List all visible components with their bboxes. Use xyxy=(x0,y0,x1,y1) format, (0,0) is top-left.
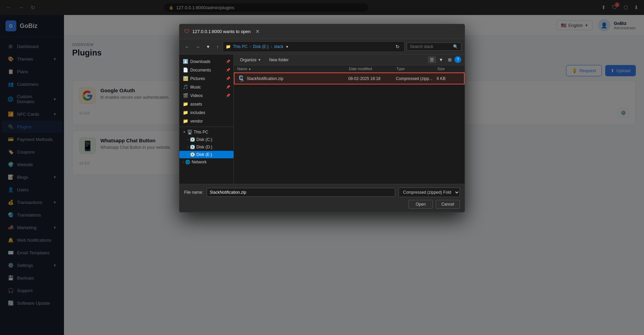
dialog-close-button[interactable]: ✕ xyxy=(253,28,262,35)
fd-file-row-slack-notification[interactable]: 🗜️ SlackNotification.zip 08-02-2025 18:1… xyxy=(234,73,465,84)
disk-c-icon: 💽 xyxy=(190,137,195,142)
fd-action-row: Open Cancel xyxy=(184,200,460,209)
dialog-title: 127.0.0.1:8000 wants to open xyxy=(192,29,251,34)
fd-tree-label-this-pc: This PC xyxy=(194,130,208,134)
path-folder-icon: 📁 xyxy=(226,44,231,49)
file-dialog-body: ⬇️ Downloads 📌 📄 Documents 📌 🖼️ Pictures… xyxy=(179,54,465,184)
disk-d-icon: 💽 xyxy=(190,145,195,149)
fd-sidebar-downloads[interactable]: ⬇️ Downloads 📌 xyxy=(179,57,234,66)
fd-file-name-cell: 🗜️ SlackNotification.zip xyxy=(238,75,348,82)
fd-sidebar-pictures[interactable]: 🖼️ Pictures 📌 xyxy=(179,74,234,83)
assets-icon: 📁 xyxy=(183,101,188,107)
fd-filetype-select[interactable]: Compressed (zipped) Folder (*. xyxy=(399,188,460,197)
fd-sidebar-assets[interactable]: 📁 assets xyxy=(179,100,234,108)
fd-path-this-pc[interactable]: This PC xyxy=(233,44,247,49)
includes-icon: 📁 xyxy=(183,110,188,115)
fd-tree-label-disk-c: Disk (C:) xyxy=(196,137,212,142)
fd-sidebar-includes[interactable]: 📁 includes xyxy=(179,108,234,117)
music-icon: 🎵 xyxy=(183,84,188,90)
organize-chevron-icon: ▼ xyxy=(258,58,261,62)
fd-back-button[interactable]: ← xyxy=(183,43,191,50)
fd-tree-network[interactable]: › 🌐 Network xyxy=(179,158,234,166)
fd-col-size[interactable]: Size xyxy=(437,67,461,71)
documents-pin-icon: 📌 xyxy=(226,68,230,72)
fd-col-type[interactable]: Type xyxy=(397,67,437,71)
downloads-pin-icon: 📌 xyxy=(226,60,230,63)
network-icon: 🌐 xyxy=(185,160,190,164)
fd-tree-label-disk-d: Disk (D:) xyxy=(196,145,212,149)
disk-e-chevron-icon: › xyxy=(188,153,189,156)
fd-filename-display: SlackNotification.zip xyxy=(247,76,283,81)
fd-filename-label: File name: xyxy=(184,190,203,195)
fd-file-date-cell: 08-02-2025 18:18 xyxy=(348,76,396,81)
fd-file-size-cell: 6 KB xyxy=(437,76,461,81)
fd-dropdown-button[interactable]: ▼ xyxy=(204,43,212,50)
fd-file-type-cell: Compressed (zipp... xyxy=(396,76,437,81)
fd-tree-disk-d[interactable]: › 💽 Disk (D:) xyxy=(179,143,234,151)
fd-sidebar-label-documents: Documents xyxy=(190,68,211,73)
file-dialog-footer: File name: Compressed (zipped) Folder (*… xyxy=(179,184,465,212)
file-dialog-titlebar: 🛡 127.0.0.1:8000 wants to open ✕ xyxy=(179,24,465,39)
fd-filename-input[interactable] xyxy=(207,188,395,197)
vendor-icon: 📁 xyxy=(183,118,188,124)
downloads-icon: ⬇️ xyxy=(183,59,188,64)
fd-sidebar-label-downloads: Downloads xyxy=(190,59,210,64)
fd-file-type: Compressed (zipp... xyxy=(396,76,432,81)
fd-sidebar-label-assets: assets xyxy=(190,102,202,107)
fd-open-button[interactable]: Open xyxy=(408,200,433,209)
fd-path-dropdown-button[interactable]: ▼ xyxy=(285,45,289,49)
organize-label: Organize xyxy=(240,58,257,62)
fd-sidebar-music[interactable]: 🎵 Music 📌 xyxy=(179,83,234,91)
fd-chevron-view-button[interactable]: ▼ xyxy=(437,56,445,63)
fd-path-disk-e[interactable]: Disk (E:) xyxy=(253,44,269,49)
fd-grid-view-button[interactable]: ⊞ xyxy=(446,56,454,63)
fd-file-size: 6 KB xyxy=(437,76,446,81)
disk-d-chevron-icon: › xyxy=(188,145,189,149)
videos-pin-icon: 📌 xyxy=(226,94,230,97)
music-pin-icon: 📌 xyxy=(226,85,230,89)
zip-file-icon: 🗜️ xyxy=(238,75,245,82)
fd-sidebar: ⬇️ Downloads 📌 📄 Documents 📌 🖼️ Pictures… xyxy=(179,54,234,184)
fd-path-folder[interactable]: slack xyxy=(274,44,283,49)
fd-help-button[interactable]: ? xyxy=(454,56,461,63)
documents-icon: 📄 xyxy=(183,67,188,73)
file-dialog-nav-toolbar: ← → ▼ ↑ 📁 This PC › Disk (E:) › slack ▼ … xyxy=(179,39,465,54)
fd-list-view-button[interactable]: ☰ xyxy=(428,56,436,63)
fd-new-folder-button[interactable]: New folder xyxy=(267,57,291,63)
disk-e-icon: 💽 xyxy=(190,152,195,157)
fd-view-buttons: ☰ ▼ ⊞ ? xyxy=(428,56,461,63)
fd-file-header: Name ▲ Date modified Type Size xyxy=(234,65,465,73)
disk-c-chevron-icon: › xyxy=(188,138,189,141)
fd-col-date[interactable]: Date modified xyxy=(349,67,397,71)
fd-sidebar-label-pictures: Pictures xyxy=(190,76,205,81)
dialog-shield-icon: 🛡 xyxy=(184,29,190,35)
fd-sidebar-label-includes: includes xyxy=(190,110,205,115)
fd-tree-label-disk-e: Disk (E:) xyxy=(196,152,212,157)
fd-file-list: Name ▲ Date modified Type Size xyxy=(234,65,465,184)
fd-sidebar-label-music: Music xyxy=(190,85,201,90)
fd-organize-button[interactable]: Organize ▼ xyxy=(237,57,264,63)
fd-tree-disk-e[interactable]: › 💽 Disk (E:) xyxy=(179,151,234,158)
fd-tree-label-network: Network xyxy=(192,160,207,164)
fd-sidebar-documents[interactable]: 📄 Documents 📌 xyxy=(179,66,234,74)
pictures-icon: 🖼️ xyxy=(183,76,188,81)
fd-tree-this-pc[interactable]: ▼ 🖥️ This PC xyxy=(179,128,234,136)
fd-search-input[interactable] xyxy=(410,44,452,49)
fd-toolbar2: Organize ▼ New folder ☰ ▼ ⊞ ? xyxy=(234,54,465,65)
fd-cancel-button[interactable]: Cancel xyxy=(436,200,460,209)
fd-sidebar-label-vendor: vendor xyxy=(190,119,203,124)
fd-tree-section: ▼ 🖥️ This PC › 💽 Disk (C:) › 💽 Disk (D:) xyxy=(179,127,234,166)
this-pc-icon: 🖥️ xyxy=(187,130,192,134)
fd-tree-disk-c[interactable]: › 💽 Disk (C:) xyxy=(179,136,234,143)
fd-path-bar: 📁 This PC › Disk (E:) › slack ▼ ↻ xyxy=(223,41,405,52)
fd-col-name[interactable]: Name ▲ xyxy=(237,67,349,71)
fd-up-button[interactable]: ↑ xyxy=(214,43,221,50)
network-chevron-icon: › xyxy=(183,160,184,164)
file-dialog: 🛡 127.0.0.1:8000 wants to open ✕ ← → ▼ ↑… xyxy=(179,24,465,212)
fd-sidebar-vendor[interactable]: 📁 vendor xyxy=(179,117,234,125)
fd-file-date: 08-02-2025 18:18 xyxy=(348,76,381,81)
sort-icon: ▲ xyxy=(248,67,251,70)
fd-forward-button[interactable]: → xyxy=(193,43,202,50)
fd-sidebar-videos[interactable]: 🎬 Videos 📌 xyxy=(179,91,234,100)
fd-refresh-button[interactable]: ↻ xyxy=(393,43,402,50)
